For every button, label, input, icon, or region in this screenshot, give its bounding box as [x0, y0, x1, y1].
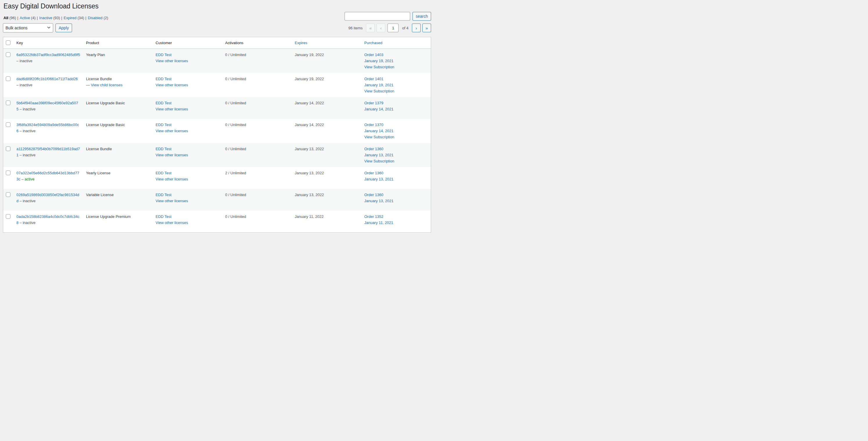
- customer-cell: EDD TestView other licenses: [153, 119, 222, 143]
- activations-cell: 0 / Unlimited: [222, 189, 292, 211]
- customer-link[interactable]: EDD Test: [156, 123, 172, 127]
- license-key-link[interactable]: dad6d89f20ffc1b1f0661e711f7add26: [17, 77, 78, 81]
- column-header-expires: Expires: [292, 37, 362, 49]
- select-all-checkbox[interactable]: [6, 40, 10, 45]
- purchase-date-link[interactable]: January 14, 2021: [364, 129, 393, 133]
- purchased-cell: Order 1360January 13, 2021: [361, 167, 431, 189]
- table-row: dad6d89f20ffc1b1f0661e711f7add26 – inact…: [3, 73, 431, 97]
- row-checkbox[interactable]: [6, 214, 10, 219]
- search-button[interactable]: search: [412, 12, 431, 21]
- top-row: All (96)|Active (4)|Inactive (93)|Expire…: [3, 11, 431, 21]
- row-checkbox-cell: [3, 211, 14, 232]
- customer-link[interactable]: EDD Test: [156, 101, 172, 105]
- row-checkbox-cell: [3, 167, 14, 189]
- view-other-licenses-link[interactable]: View other licenses: [156, 107, 188, 111]
- key-cell: 6a95322fdb37adf9cc3ad9062485d9f5 – inact…: [14, 49, 83, 73]
- license-key-link[interactable]: 6a95322fdb37adf9cc3ad9062485d9f5: [17, 53, 80, 57]
- view-other-licenses-link[interactable]: View other licenses: [156, 220, 188, 225]
- filter-link-disabled[interactable]: Disabled: [88, 16, 102, 20]
- product-cell: Yearly Plan: [83, 49, 153, 73]
- order-link[interactable]: Order 1401: [364, 77, 383, 81]
- view-other-licenses-link[interactable]: View other licenses: [156, 153, 188, 157]
- row-checkbox[interactable]: [6, 192, 10, 197]
- filter-link-active[interactable]: Active: [20, 16, 30, 20]
- purchase-date-link[interactable]: January 13, 2021: [364, 177, 393, 181]
- pagination: 96 items « ‹ of 4 › »: [348, 24, 431, 32]
- view-other-licenses-link[interactable]: View other licenses: [156, 177, 188, 181]
- sort-link-expires[interactable]: Expires: [295, 41, 307, 45]
- license-status: inactive: [23, 107, 35, 111]
- key-cell: 07a322e05e66d2c55db643d13bbd773c – activ…: [14, 167, 83, 189]
- activations-cell: 0 / Unlimited: [222, 143, 292, 167]
- search-box: search: [344, 12, 431, 21]
- items-count: 96 items: [348, 26, 363, 30]
- apply-button[interactable]: Apply: [56, 24, 72, 32]
- license-status: inactive: [20, 83, 32, 87]
- view-child-licenses-link[interactable]: View child licenses: [91, 83, 123, 87]
- row-checkbox[interactable]: [6, 122, 10, 127]
- filter-separator: |: [61, 16, 62, 20]
- view-subscription-link[interactable]: View Subscription: [364, 159, 394, 163]
- purchase-date-link[interactable]: January 13, 2021: [364, 199, 393, 203]
- order-link[interactable]: Order 1352: [364, 214, 383, 219]
- customer-link[interactable]: EDD Test: [156, 193, 172, 197]
- customer-link[interactable]: EDD Test: [156, 214, 172, 219]
- filter-separator: |: [85, 16, 86, 20]
- customer-cell: EDD TestView other licenses: [153, 49, 222, 73]
- row-checkbox[interactable]: [6, 100, 10, 105]
- page-title: Easy Digital Download Licenses: [3, 2, 431, 10]
- first-page-button: «: [366, 24, 375, 32]
- row-checkbox[interactable]: [6, 147, 10, 151]
- row-checkbox[interactable]: [6, 170, 10, 175]
- view-subscription-link[interactable]: View Subscription: [364, 135, 394, 139]
- customer-link[interactable]: EDD Test: [156, 77, 172, 81]
- purchase-date-link[interactable]: January 13, 2021: [364, 153, 393, 157]
- search-input[interactable]: [344, 12, 410, 21]
- order-link[interactable]: Order 1403: [364, 53, 383, 57]
- customer-link[interactable]: EDD Test: [156, 171, 172, 175]
- current-page-input[interactable]: [388, 24, 399, 32]
- license-status: active: [25, 177, 35, 181]
- customer-link[interactable]: EDD Test: [156, 147, 172, 151]
- row-checkbox[interactable]: [6, 76, 10, 81]
- order-link[interactable]: Order 1379: [364, 101, 383, 105]
- prev-page-button: ‹: [376, 24, 385, 32]
- purchased-cell: Order 1401January 19, 2021View Subscript…: [361, 73, 431, 97]
- purchase-date-link[interactable]: January 11, 2021: [364, 220, 393, 225]
- view-other-licenses-link[interactable]: View other licenses: [156, 83, 188, 87]
- view-other-licenses-link[interactable]: View other licenses: [156, 129, 188, 133]
- order-link[interactable]: Order 1360: [364, 171, 383, 175]
- key-cell: 3f68fa3924e594809a9de55b86bc00c6 – inact…: [14, 119, 83, 143]
- purchase-date-link[interactable]: January 19, 2021: [364, 59, 393, 63]
- table-row: 6a95322fdb37adf9cc3ad9062485d9f5 – inact…: [3, 49, 431, 73]
- row-checkbox-cell: [3, 49, 14, 73]
- expires-cell: January 13, 2022: [292, 189, 362, 211]
- next-page-button[interactable]: ›: [412, 24, 421, 32]
- expires-cell: January 14, 2022: [292, 97, 362, 119]
- order-link[interactable]: Order 1360: [364, 147, 383, 151]
- product-name: License Bundle: [86, 146, 150, 152]
- bulk-actions-select[interactable]: Bulk actions: [3, 23, 53, 33]
- row-checkbox[interactable]: [6, 52, 10, 57]
- filter-link-all[interactable]: All: [3, 16, 8, 20]
- customer-link[interactable]: EDD Test: [156, 53, 172, 57]
- purchase-date-link[interactable]: January 19, 2021: [364, 83, 393, 87]
- view-subscription-link[interactable]: View Subscription: [364, 89, 394, 93]
- product-cell: License Upgrade Premium: [83, 211, 153, 232]
- table-row: 07a322e05e66d2c55db643d13bbd773c – activ…: [3, 167, 431, 189]
- table-row: 0269a519869d303850ef2fac981534dd – inact…: [3, 189, 431, 211]
- view-other-licenses-link[interactable]: View other licenses: [156, 199, 188, 203]
- product-cell: License Bundle— View child licenses: [83, 73, 153, 97]
- view-other-licenses-link[interactable]: View other licenses: [156, 59, 188, 63]
- filter-link-expired[interactable]: Expired: [64, 16, 76, 20]
- purchase-date-link[interactable]: January 14, 2021: [364, 107, 393, 111]
- product-name: License Upgrade Basic: [86, 122, 150, 128]
- view-subscription-link[interactable]: View Subscription: [364, 65, 394, 69]
- filter-item-expired: Expired (34)|: [64, 16, 88, 20]
- order-link[interactable]: Order 1370: [364, 123, 383, 127]
- license-status: inactive: [23, 129, 35, 133]
- order-link[interactable]: Order 1360: [364, 193, 383, 197]
- last-page-button[interactable]: »: [423, 24, 431, 32]
- sort-link-purchased[interactable]: Purchased: [364, 41, 382, 45]
- filter-link-inactive[interactable]: Inactive: [39, 16, 52, 20]
